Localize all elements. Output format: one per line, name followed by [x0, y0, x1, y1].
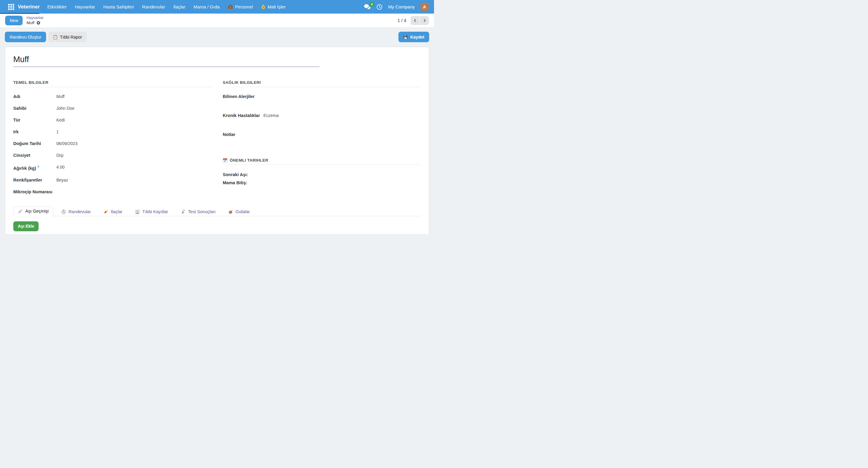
- field-input-dogum-tarihi[interactable]: 06/09/2023: [56, 141, 213, 146]
- tab-ilaclar[interactable]: İlaçlar: [99, 207, 127, 216]
- field-label: Ağırlık (kg)?: [13, 164, 56, 171]
- field-input-irk[interactable]: 1: [56, 129, 213, 135]
- breadcrumb-parent-link[interactable]: Hayvanlar: [27, 16, 43, 20]
- tab-label: Aşı Geçmişi: [25, 209, 49, 213]
- meat-icon: [228, 209, 233, 214]
- field-row-renk: Renk/İşaretler Beyaz: [13, 177, 213, 183]
- syringe-icon: [18, 209, 23, 214]
- field-input-agirlik[interactable]: 4.00: [56, 164, 213, 170]
- hospital-icon: [135, 209, 140, 214]
- field-row-mama-bitis: Mama Bitiş:: [223, 180, 421, 185]
- field-row-tur: Tür Kedi: [13, 117, 213, 123]
- animal-name-input[interactable]: Muff: [13, 55, 319, 67]
- help-tooltip-icon[interactable]: ?: [37, 165, 39, 169]
- pager-next-button[interactable]: [420, 16, 429, 25]
- activities-clock-icon[interactable]: [376, 4, 382, 10]
- basic-info-header: TEMEL BILGILER: [13, 80, 213, 87]
- field-value-mama-bitis: [247, 180, 421, 185]
- svg-text:$: $: [262, 6, 264, 9]
- health-info-header: SAĞLIK BILGILERI: [223, 80, 421, 87]
- company-switcher[interactable]: My Company: [388, 4, 415, 9]
- save-label: Kaydet: [410, 35, 424, 39]
- message-count-badge: 4: [370, 2, 374, 7]
- menu-item-hasta-sahipleri[interactable]: Hasta Sahipleri: [103, 4, 134, 9]
- svg-text:17: 17: [224, 160, 226, 162]
- field-label: Adı: [13, 94, 56, 99]
- pager-buttons: [410, 16, 429, 25]
- tab-asi-gecmisi[interactable]: Aşı Geçmişi: [13, 207, 53, 216]
- field-input-notlar[interactable]: [264, 132, 421, 137]
- pager-count: 1 / 4: [398, 18, 406, 23]
- field-input-cinsiyet[interactable]: Dişi: [56, 153, 213, 158]
- menu-item-label: Personel: [235, 4, 253, 9]
- field-label: Bilinen Alerjiler: [223, 94, 264, 99]
- field-value-sonraki-asi: [248, 172, 421, 177]
- menu-item-mama-gida[interactable]: Mama / Gıda: [193, 4, 220, 9]
- pill-icon: [104, 209, 108, 214]
- apps-grid-icon[interactable]: [7, 3, 15, 11]
- field-input-renk[interactable]: Beyaz: [56, 177, 213, 183]
- field-row-kronik: Kronik Hastalıklar Eczema: [223, 113, 421, 118]
- menu-item-randevular[interactable]: Randevular: [142, 4, 165, 9]
- form-sheet: Muff TEMEL BILGILER Adı Muff Sahibi John…: [5, 47, 429, 234]
- field-row-alerjiler: Bilinen Alerjiler: [223, 94, 421, 99]
- field-label: Renk/İşaretler: [13, 177, 56, 183]
- menu-item-etkinlikler[interactable]: Etkinlikler: [47, 4, 67, 9]
- field-label: Mama Bitiş:: [223, 180, 247, 185]
- field-label: Irk: [13, 129, 56, 135]
- field-label: Doğum Tarihi: [13, 141, 56, 146]
- field-row-agirlik: Ağırlık (kg)? 4.00: [13, 164, 213, 171]
- test-tube-icon: [181, 209, 186, 214]
- record-actions-gear-icon[interactable]: [36, 21, 40, 25]
- messages-icon[interactable]: 4: [364, 4, 371, 10]
- important-dates-title: ÖNEMLI TARIHLER: [230, 158, 268, 163]
- save-button[interactable]: Kaydet: [398, 32, 429, 42]
- field-row-adi: Adı Muff: [13, 94, 213, 99]
- money-bag-icon: $: [261, 4, 266, 9]
- health-info-section: SAĞLIK BILGILERI Bilinen Alerjiler Kroni…: [223, 80, 421, 195]
- menu-item-personel[interactable]: Personel: [228, 4, 253, 9]
- top-navbar: Veteriner Etkinlikler Hayvanlar Hasta Sa…: [0, 0, 434, 13]
- field-row-notlar: Notlar: [223, 132, 421, 137]
- tab-label: Tıbbi Kayıtlar: [142, 209, 168, 214]
- field-label: Sonraki Aşı:: [223, 172, 248, 177]
- important-dates-header: 17 ÖNEMLI TARIHLER: [223, 158, 421, 165]
- field-input-sahibi[interactable]: John Doe: [56, 106, 213, 111]
- field-input-mikrocip[interactable]: [56, 189, 213, 195]
- field-label: Sahibi: [13, 106, 56, 111]
- field-row-irk: Irk 1: [13, 129, 213, 135]
- tab-gidalar[interactable]: Gıdalar: [224, 207, 255, 216]
- sheet-wrap: Muff TEMEL BILGILER Adı Muff Sahibi John…: [0, 47, 434, 234]
- field-label: Tür: [13, 117, 56, 123]
- user-avatar[interactable]: A: [421, 3, 429, 11]
- field-input-alerjiler[interactable]: [264, 94, 421, 99]
- menu-item-mali-isler[interactable]: $ Mali İşler: [261, 4, 286, 9]
- field-input-adi[interactable]: Muff: [56, 94, 213, 99]
- tab-label: Gıdalar: [236, 209, 250, 214]
- medical-report-button[interactable]: Tıbbi Rapor: [48, 32, 87, 42]
- calendar-icon: 17: [223, 158, 227, 163]
- pager-previous-button[interactable]: [410, 16, 420, 25]
- field-input-tur[interactable]: Kedi: [56, 117, 213, 123]
- field-input-kronik[interactable]: Eczema: [264, 113, 421, 118]
- create-appointment-button[interactable]: Randevu Oluştur: [5, 32, 46, 42]
- tab-randevular[interactable]: Randevular: [57, 207, 95, 216]
- vaccine-history-panel: Aşı Ekle: [13, 216, 421, 231]
- pager: 1 / 4: [398, 16, 429, 25]
- add-vaccine-button[interactable]: Aşı Ekle: [13, 221, 38, 231]
- menu-item-ilaclar[interactable]: İlaçlar: [173, 4, 185, 9]
- app-brand[interactable]: Veteriner: [18, 4, 40, 10]
- menu-item-hayvanlar[interactable]: Hayvanlar: [75, 4, 95, 9]
- field-label: Kronik Hastalıklar: [223, 113, 264, 118]
- field-row-mikrocip: Mikroçip Numarası: [13, 189, 213, 195]
- basic-info-section: TEMEL BILGILER Adı Muff Sahibi John Doe …: [13, 80, 213, 195]
- breadcrumb-current-label: Muff: [27, 21, 34, 25]
- tab-label: Test Sonuçları: [188, 209, 216, 214]
- navbar-left: Veteriner Etkinlikler Hayvanlar Hasta Sa…: [7, 3, 286, 11]
- tab-tibbi-kayitlar[interactable]: Tıbbi Kayıtlar: [130, 207, 173, 216]
- tab-test-sonuclari[interactable]: Test Sonuçları: [176, 207, 220, 216]
- new-button[interactable]: New: [5, 16, 23, 25]
- chevron-right-icon: [423, 19, 426, 22]
- breadcrumb: Hayvanlar Muff: [27, 16, 43, 25]
- app-screen: Veteriner Etkinlikler Hayvanlar Hasta Sa…: [0, 0, 434, 234]
